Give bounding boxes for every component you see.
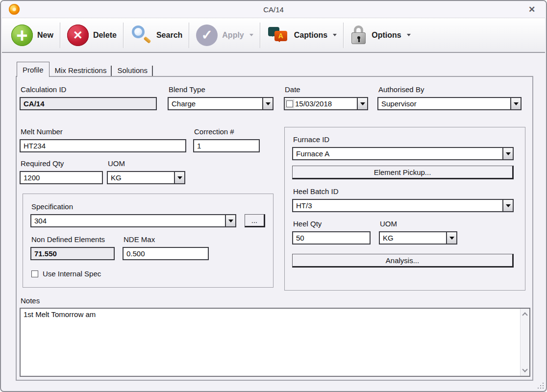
search-icon	[130, 24, 152, 46]
correction-field[interactable]	[193, 139, 260, 152]
captions-label: Captions	[294, 31, 327, 40]
delete-icon: ✕	[67, 24, 89, 46]
tab-mix-restrictions[interactable]: Mix Restrictions	[50, 64, 112, 77]
new-label: New	[37, 31, 53, 40]
authorised-by-select[interactable]: Supervisor	[377, 97, 522, 110]
blend-type-dropdown-icon[interactable]	[262, 98, 273, 109]
element-pickup-button[interactable]: Element Pickup...	[292, 166, 514, 179]
tab-solutions[interactable]: Solutions	[112, 64, 153, 77]
heel-batch-id-dropdown-icon[interactable]	[502, 200, 513, 211]
nde-label: Non Defined Elements	[31, 235, 105, 244]
apply-dropdown-icon	[249, 34, 253, 36]
profile-panel: Calculation ID Blend Type Charge Date 15…	[16, 76, 533, 381]
toolbar: + New ✕ Delete Search ✓ Apply A Capti	[2, 18, 545, 53]
scroll-up-icon[interactable]	[521, 310, 529, 318]
furnace-id-select[interactable]: Furnace A	[292, 147, 514, 160]
required-uom-select[interactable]: KG	[107, 171, 185, 184]
apply-check-icon: ✓	[196, 24, 218, 46]
use-internal-spec-label: Use Internal Spec	[43, 270, 101, 278]
specification-group: Specification 304 ... Non Defined Elemen…	[23, 194, 274, 288]
new-button[interactable]: + New	[5, 21, 60, 50]
close-icon[interactable]: ✕	[526, 4, 537, 14]
delete-label: Delete	[93, 31, 117, 40]
search-button[interactable]: Search	[124, 21, 189, 50]
use-internal-spec-row: Use Internal Spec	[31, 270, 101, 278]
required-qty-field[interactable]	[20, 171, 103, 184]
specification-select[interactable]: 304	[30, 214, 236, 227]
date-dropdown-icon[interactable]	[357, 98, 367, 109]
notes-field[interactable]: 1st Melt Tomorrow am	[20, 308, 530, 377]
date-label: Date	[285, 85, 300, 94]
nde-max-field[interactable]	[123, 247, 209, 260]
melt-number-label: Melt Number	[21, 127, 63, 136]
heel-uom-label: UOM	[380, 220, 397, 228]
heel-uom-dropdown-icon[interactable]	[446, 232, 456, 244]
required-uom-label: UOM	[108, 159, 125, 168]
tab-profile[interactable]: Profile	[17, 62, 50, 77]
blend-type-label: Blend Type	[169, 85, 205, 94]
resize-grip[interactable]	[537, 382, 544, 389]
captions-dropdown-icon	[333, 34, 337, 36]
specification-dropdown-icon[interactable]	[225, 215, 235, 226]
title-bar: CA/14 ✕	[1, 1, 546, 18]
captions-icon: A	[267, 25, 290, 46]
lock-icon	[350, 24, 367, 46]
notes-label: Notes	[21, 296, 40, 305]
scroll-down-icon[interactable]	[521, 366, 529, 375]
options-label: Options	[372, 31, 401, 40]
blend-type-select[interactable]: Charge	[168, 97, 274, 110]
delete-button[interactable]: ✕ Delete	[61, 21, 123, 50]
furnace-group: Furnace ID Furnace A Element Pickup... H…	[284, 127, 525, 291]
calculation-id-label: Calculation ID	[21, 85, 66, 94]
nde-field[interactable]	[30, 247, 115, 260]
heel-qty-field[interactable]	[292, 231, 371, 245]
correction-label: Correction #	[194, 127, 234, 136]
notes-text[interactable]: 1st Melt Tomorrow am	[21, 309, 519, 376]
melt-number-field[interactable]	[20, 139, 186, 152]
analysis-button[interactable]: Analysis...	[292, 254, 514, 268]
calculation-id-field[interactable]	[20, 97, 157, 110]
specification-browse-button[interactable]: ...	[245, 214, 265, 227]
heel-batch-id-label: Heel Batch ID	[293, 187, 339, 196]
new-icon: +	[11, 24, 33, 46]
date-checkbox[interactable]	[286, 100, 293, 107]
heel-qty-label: Heel Qty	[293, 220, 322, 228]
required-qty-label: Required Qty	[21, 159, 64, 168]
required-uom-dropdown-icon[interactable]	[174, 172, 184, 183]
search-label: Search	[156, 31, 182, 40]
use-internal-spec-checkbox[interactable]	[31, 270, 38, 277]
window-title: CA/14	[1, 5, 546, 14]
options-button[interactable]: Options	[344, 21, 417, 50]
heel-uom-select[interactable]: KG	[379, 231, 457, 245]
authorised-by-dropdown-icon[interactable]	[510, 98, 521, 109]
heel-batch-id-select[interactable]: HT/3	[292, 199, 514, 212]
furnace-id-label: Furnace ID	[293, 135, 329, 144]
options-dropdown-icon	[407, 34, 411, 36]
tab-strip: Profile Mix Restrictions Solutions	[17, 62, 153, 77]
nde-max-label: NDE Max	[124, 235, 155, 244]
notes-scrollbar[interactable]	[520, 309, 529, 376]
apply-label: Apply	[222, 31, 244, 40]
furnace-id-dropdown-icon[interactable]	[502, 148, 513, 159]
captions-button[interactable]: A Captions	[261, 21, 343, 50]
app-window: CA/14 ✕ + New ✕ Delete Search ✓ Apply	[0, 0, 547, 392]
authorised-by-label: Authorised By	[378, 85, 424, 94]
date-picker[interactable]: 15/03/2018	[284, 97, 368, 110]
specification-label: Specification	[31, 202, 73, 211]
apply-button[interactable]: ✓ Apply	[190, 21, 259, 50]
